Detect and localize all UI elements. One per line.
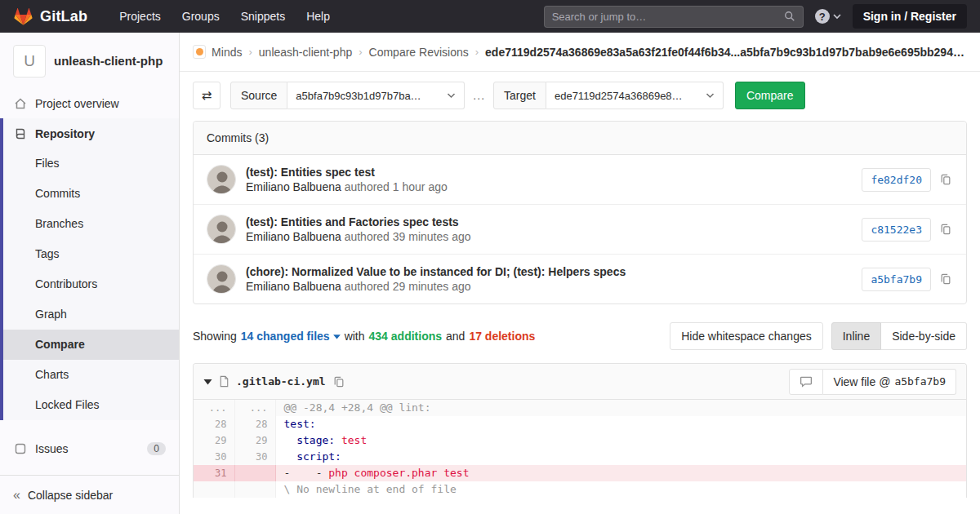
source-revision-dropdown[interactable]: a5bfa7b9c93b1d97b7ba… <box>287 82 465 109</box>
diff-file-panel: .gitlab-ci.yml View file @ a5bfa7b9 <box>193 363 967 498</box>
diff-stats-text: Showing 14 changed files with 434 additi… <box>193 330 535 343</box>
commit-sha-badge[interactable]: fe82df20 <box>862 168 931 192</box>
diff-view-toggle: Inline Side-by-side <box>831 322 967 350</box>
navbar-item-help[interactable]: Help <box>296 10 341 23</box>
copy-sha-button[interactable] <box>938 222 953 237</box>
new-line-number[interactable]: ... <box>234 400 275 416</box>
new-line-number[interactable]: 28 <box>234 416 275 432</box>
copy-sha-button[interactable] <box>938 172 953 187</box>
home-icon <box>13 97 28 110</box>
swap-revisions-button[interactable]: ⇄ <box>193 82 220 109</box>
commit-row: (test): Entities and Factories spec test… <box>194 204 966 254</box>
commit-sha-badge[interactable]: c81522e3 <box>862 218 931 241</box>
sidebar-item-label: Issues <box>35 442 68 455</box>
toggle-comments-button[interactable] <box>789 369 823 395</box>
project-avatar: U <box>13 45 46 78</box>
sidebar-item-branches[interactable]: Branches <box>3 209 179 239</box>
commit-author-link[interactable]: Emiliano Balbuena <box>246 180 341 193</box>
search-box[interactable] <box>544 6 804 28</box>
gitlab-tanuki-icon <box>13 7 33 26</box>
target-revision-dropdown[interactable]: ede7119d2574a36869e8… <box>546 82 724 109</box>
new-line-number[interactable]: 29 <box>234 432 275 449</box>
old-line-number[interactable]: 29 <box>194 432 234 449</box>
old-line-number[interactable] <box>194 481 234 498</box>
sidebar-item-compare[interactable]: Compare <box>3 330 179 360</box>
compare-button[interactable]: Compare <box>735 82 805 109</box>
showing-word: Showing <box>193 330 237 343</box>
diff-line-content: stage: test <box>275 432 966 449</box>
sidebar-item-files[interactable]: Files <box>3 148 179 179</box>
commit-meta: Emiliano Balbuena authored 1 hour ago <box>246 180 448 193</box>
range-dots: ... <box>473 89 485 102</box>
commit-meta: Emiliano Balbuena authored 29 minutes ag… <box>246 280 626 293</box>
gitlab-logo[interactable]: GitLab <box>13 7 87 26</box>
sign-in-button[interactable]: Sign in / Register <box>853 4 967 29</box>
commit-authored-time: authored 1 hour ago <box>345 180 448 193</box>
content-area: ⇄ Source a5bfa7b9c93b1d97b7ba… ... <box>180 72 980 514</box>
main-content: Minds › unleash-client-php › Compare Rev… <box>180 33 980 514</box>
collapse-sidebar-button[interactable]: « Collapse sidebar <box>0 475 179 514</box>
inline-view-button[interactable]: Inline <box>831 322 881 350</box>
copy-filename-button[interactable] <box>332 374 346 389</box>
new-line-number[interactable] <box>234 481 275 498</box>
sidebar-item-locked-files[interactable]: Locked Files <box>3 390 179 420</box>
old-line-number[interactable]: 28 <box>194 416 234 432</box>
diff-summary-bar: Showing 14 changed files with 434 additi… <box>193 322 967 350</box>
commit-author-avatar <box>207 215 236 244</box>
changed-files-dropdown[interactable]: 14 changed files <box>241 330 341 343</box>
navbar-item-snippets[interactable]: Snippets <box>230 10 296 23</box>
issues-icon <box>13 442 28 455</box>
sidebar-item-repository[interactable]: Repository <box>3 118 179 148</box>
view-file-button[interactable]: View file @ a5bfa7b9 <box>823 369 956 395</box>
copy-sha-button[interactable] <box>938 272 953 286</box>
breadcrumb-link-group[interactable]: Minds <box>212 46 242 59</box>
breadcrumb-link-compare[interactable]: Compare Revisions <box>369 46 469 59</box>
old-line-number[interactable]: ... <box>194 400 234 416</box>
help-menu[interactable]: ? <box>815 9 841 24</box>
side-by-side-view-button[interactable]: Side-by-side <box>881 322 967 350</box>
target-input-group: Target ede7119d2574a36869e8… <box>493 82 724 109</box>
commit-title-link[interactable]: (test): Entities and Factories spec test… <box>246 215 471 228</box>
new-line-number[interactable] <box>234 465 275 481</box>
diff-line-deletion: 31- - php composer.phar test <box>194 465 966 481</box>
sidebar-item-label: Repository <box>35 127 95 140</box>
commit-row: (test): Entities spec testEmiliano Balbu… <box>194 155 966 204</box>
collapse-diff-caret-icon[interactable] <box>203 379 212 385</box>
gitlab-app: GitLab ProjectsGroupsSnippetsHelp ? Sign… <box>0 0 980 514</box>
sidebar-item-commits[interactable]: Commits <box>3 179 179 209</box>
chevron-down-icon <box>447 92 456 99</box>
commit-row: (chore): Normalized Value to be instance… <box>194 254 966 304</box>
commit-title-link[interactable]: (chore): Normalized Value to be instance… <box>246 265 626 278</box>
top-navbar: GitLab ProjectsGroupsSnippetsHelp ? Sign… <box>0 0 980 33</box>
old-line-number[interactable]: 30 <box>194 449 234 465</box>
navbar-item-groups[interactable]: Groups <box>172 10 230 23</box>
search-input[interactable] <box>552 11 784 23</box>
sidebar-item-tags[interactable]: Tags <box>3 239 179 269</box>
chevron-right-icon: › <box>248 46 252 58</box>
old-line-number[interactable]: 31 <box>194 465 234 481</box>
breadcrumb-current: ede7119d2574a36869e83a5a63f21fe0f44f6b34… <box>485 46 967 59</box>
diff-line-context: \ No newline at end of file <box>194 481 966 498</box>
commits-panel-header: Commits (3) <box>194 122 966 155</box>
additions-count: 434 additions <box>369 330 442 343</box>
commit-title-link[interactable]: (test): Entities spec test <box>246 166 448 179</box>
diff-line-content: script: <box>275 449 966 465</box>
sidebar-item-project-overview[interactable]: Project overview <box>0 88 179 118</box>
diff-filename: .gitlab-ci.yml <box>236 375 326 388</box>
issues-count-badge: 0 <box>147 442 166 455</box>
hide-whitespace-button[interactable]: Hide whitespace changes <box>670 322 823 350</box>
view-file-label: View file @ <box>833 375 890 388</box>
commit-author-link[interactable]: Emiliano Balbuena <box>246 280 341 293</box>
navbar-item-projects[interactable]: Projects <box>109 10 172 23</box>
commit-author-link[interactable]: Emiliano Balbuena <box>246 230 341 243</box>
new-line-number[interactable]: 30 <box>234 449 275 465</box>
breadcrumb-link-project[interactable]: unleash-client-php <box>259 46 352 59</box>
commit-sha-badge[interactable]: a5bfa7b9 <box>862 268 931 291</box>
sidebar-item-charts[interactable]: Charts <box>3 360 179 390</box>
search-icon <box>784 11 795 22</box>
sidebar-item-graph[interactable]: Graph <box>3 299 179 330</box>
project-context[interactable]: U unleash-client-php <box>0 33 179 88</box>
sidebar-item-contributors[interactable]: Contributors <box>3 269 179 299</box>
sidebar-item-issues[interactable]: Issues 0 <box>0 433 179 463</box>
commits-panel: Commits (3) (test): Entities spec testEm… <box>193 121 967 304</box>
